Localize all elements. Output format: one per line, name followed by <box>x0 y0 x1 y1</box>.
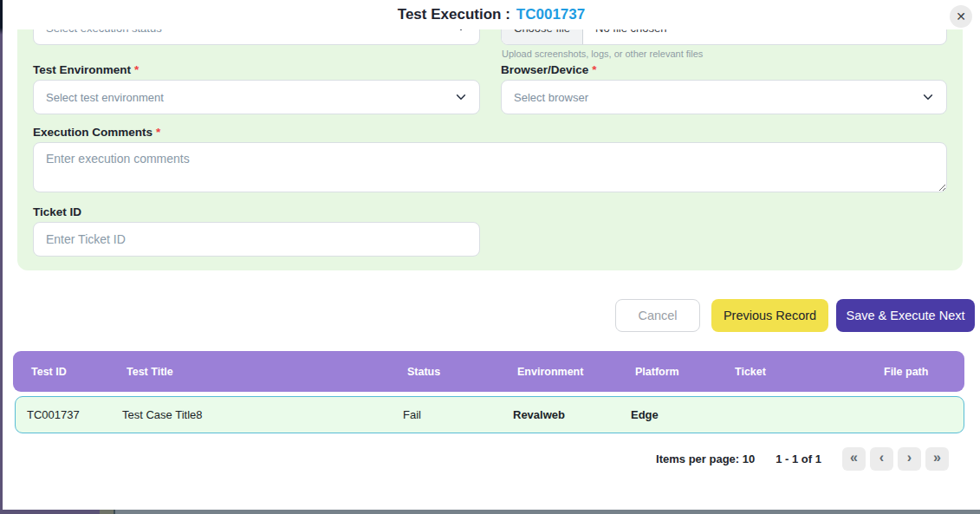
items-per-page-label: Items per page: 10 <box>656 452 755 465</box>
test-execution-modal: Test Execution : TC001737 ✕ Select execu… <box>0 0 980 514</box>
column-header-status: Status <box>407 366 517 378</box>
ticket-id-label: Ticket ID <box>33 205 81 218</box>
column-header-platform: Platform <box>635 366 735 378</box>
table-row[interactable]: TC001737 Test Case Title8 Fail Revalweb … <box>15 396 964 433</box>
cancel-button[interactable]: Cancel <box>615 299 700 332</box>
test-environment-label: Test Environment* <box>33 63 139 76</box>
previous-page-icon: ‹ <box>879 450 884 465</box>
cell-environment: Revalweb <box>513 408 631 421</box>
previous-record-button[interactable]: Previous Record <box>711 299 828 332</box>
column-header-file-path: File path <box>884 366 964 378</box>
cell-platform: Edge <box>631 408 730 421</box>
background-page-bottom-edge <box>0 510 980 514</box>
execution-comments-label: Execution Comments* <box>33 126 160 139</box>
test-environment-label-text: Test Environment <box>33 63 131 76</box>
last-page-icon: » <box>933 450 941 465</box>
bottom-edge-segment <box>100 510 114 514</box>
browser-device-placeholder: Select browser <box>514 91 922 104</box>
execution-comments-label-text: Execution Comments <box>33 126 153 139</box>
test-environment-placeholder: Select test environment <box>46 91 455 104</box>
chevron-down-icon <box>922 91 934 103</box>
background-page-left-edge <box>0 0 3 514</box>
ticket-id-input[interactable] <box>33 222 480 257</box>
save-execute-next-button[interactable]: Save & Execute Next <box>836 299 975 332</box>
first-page-button[interactable]: « <box>842 447 866 471</box>
next-page-button[interactable]: › <box>898 447 921 471</box>
attachment-helper-text: Upload screenshots, logs, or other relev… <box>502 49 703 59</box>
page-range-label: 1 - 1 of 1 <box>776 452 821 465</box>
first-page-icon: « <box>850 450 858 465</box>
modal-title-testcase-id: TC001737 <box>516 6 585 23</box>
paginator: Items per page: 10 1 - 1 of 1 « ‹ › » <box>656 446 949 472</box>
chevron-down-icon <box>455 91 467 103</box>
modal-title-prefix: Test Execution : <box>398 6 510 23</box>
previous-page-button[interactable]: ‹ <box>870 447 893 471</box>
column-header-ticket: Ticket <box>735 366 884 378</box>
browser-device-label: Browser/Device* <box>501 63 597 76</box>
execution-comments-textarea[interactable] <box>33 142 947 192</box>
cell-test-title: Test Case Title8 <box>122 408 403 421</box>
bottom-edge-segment <box>115 510 980 514</box>
browser-device-select[interactable]: Select browser <box>501 80 947 114</box>
required-asterisk: * <box>134 63 139 76</box>
column-header-environment: Environment <box>517 366 635 378</box>
required-asterisk: * <box>156 126 160 139</box>
test-environment-select[interactable]: Select test environment <box>33 80 480 114</box>
column-header-test-title: Test Title <box>127 366 407 378</box>
results-table-header: Test ID Test Title Status Environment Pl… <box>13 351 964 392</box>
close-button[interactable]: ✕ <box>950 5 972 28</box>
cell-status: Fail <box>403 408 513 421</box>
cell-test-id: TC001737 <box>27 408 122 421</box>
column-header-test-id: Test ID <box>31 366 127 378</box>
modal-title: Test Execution : TC001737 <box>398 6 585 23</box>
last-page-button[interactable]: » <box>925 447 949 471</box>
next-page-icon: › <box>907 450 912 465</box>
required-asterisk: * <box>592 63 596 76</box>
bottom-edge-segment <box>0 510 100 514</box>
close-icon: ✕ <box>956 10 966 23</box>
modal-titlebar: Test Execution : TC001737 <box>3 0 980 29</box>
browser-device-label-text: Browser/Device <box>501 63 588 76</box>
paginator-buttons: « ‹ › » <box>842 447 949 471</box>
